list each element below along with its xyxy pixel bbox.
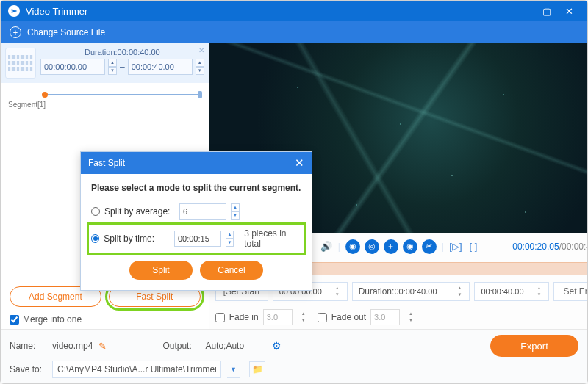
saveto-label: Save to: [10, 364, 46, 374]
split-time-pieces: 3 pieces in total [244, 228, 301, 249]
split-average-spinner[interactable]: ▲▼ [231, 203, 240, 220]
output-value: Auto;Auto [205, 341, 244, 351]
export-button[interactable]: Export [490, 335, 578, 357]
fast-split-dialog: Fast Split ✕ Please select a mode to spl… [80, 151, 312, 291]
end-time-box[interactable]: ▲▼ [474, 282, 549, 301]
segment-close-icon[interactable]: ✕ [198, 46, 204, 54]
segment-panel[interactable]: Duration:00:00:40.00 ▲▼ – ▲▼ ✕ [1, 43, 209, 83]
split-here-icon[interactable]: ✂ [422, 239, 437, 254]
fade-row: Fade in ▲▼ Fade out ▲▼ [209, 305, 588, 329]
dialog-message: Please select a mode to split the curren… [91, 183, 301, 193]
bracket-start-icon[interactable]: [▷] [448, 239, 464, 255]
app-title: Video Trimmer [26, 6, 514, 17]
snapshot-icon[interactable]: ◎ [365, 239, 379, 254]
split-time-spinner[interactable]: ▲▼ [226, 231, 234, 247]
app-window: ✂ Video Trimmer ― ▢ ✕ + Change Source Fi… [0, 0, 588, 384]
change-source-label: Change Source File [27, 27, 105, 37]
volume-icon[interactable]: 🔊 [318, 239, 334, 255]
split-average-option[interactable]: Split by average: ▲▼ [91, 200, 301, 222]
plus-icon: + [10, 26, 21, 38]
fade-out-value[interactable] [370, 309, 400, 325]
dialog-header[interactable]: Fast Split ✕ [81, 152, 312, 174]
fade-out-checkbox[interactable] [318, 313, 327, 322]
saveto-dropdown-icon[interactable]: ▼ [227, 361, 240, 378]
mark-start-icon[interactable]: ◉ [345, 239, 360, 254]
dialog-title: Fast Split [88, 158, 295, 168]
output-settings-icon[interactable]: ⚙ [272, 340, 282, 352]
change-source-bar[interactable]: + Change Source File [1, 21, 587, 43]
fade-in-control[interactable]: Fade in ▲▼ [215, 309, 307, 325]
segment-thumbnail [5, 48, 36, 79]
split-time-value[interactable] [174, 231, 221, 247]
fade-in-value[interactable] [263, 309, 293, 325]
segment-index-label: Segment[1] [1, 99, 209, 110]
bracket-end-icon[interactable]: [ ] [465, 239, 481, 255]
fade-out-label: Fade out [331, 312, 366, 322]
merge-checkbox[interactable]: Merge into one [10, 314, 201, 325]
main-area: Duration:00:00:40.00 ▲▼ – ▲▼ ✕ Segment[1… [1, 43, 587, 329]
dialog-cancel-button[interactable]: Cancel [200, 261, 263, 280]
saveto-input[interactable] [52, 361, 221, 378]
segment-end-spinner[interactable]: ▲▼ [196, 59, 204, 75]
minimize-button[interactable]: ― [514, 4, 536, 18]
fade-in-label: Fade in [229, 312, 259, 322]
player-time: 00:00:20.05/00:00:40.00 [512, 242, 588, 252]
time-current: 00:00:20.05 [512, 242, 559, 252]
set-end-button[interactable]: Set End ] [553, 282, 588, 301]
close-button[interactable]: ✕ [558, 4, 580, 18]
name-value: video.mp4 [52, 341, 93, 351]
edit-name-icon[interactable]: ✎ [98, 341, 107, 352]
titlebar: ✂ Video Trimmer ― ▢ ✕ [1, 1, 587, 21]
segment-duration-label: Duration:00:00:40.00 [40, 48, 204, 57]
radio-time[interactable] [91, 234, 99, 243]
bottom-bar: Name: video.mp4 ✎ Output: Auto;Auto ⚙ Ex… [1, 329, 587, 383]
merge-label: Merge into one [23, 314, 82, 325]
app-logo-icon: ✂ [8, 5, 20, 17]
segment-end-input[interactable] [128, 59, 193, 75]
time-total: /00:00:40.00 [559, 242, 588, 252]
segment-start-input[interactable] [40, 59, 105, 75]
merge-checkbox-input[interactable] [10, 315, 19, 325]
split-average-label: Split by average: [104, 206, 175, 217]
dialog-split-button[interactable]: Split [129, 261, 193, 280]
mark-end-icon[interactable]: ◉ [403, 239, 417, 254]
radio-average[interactable] [91, 207, 100, 216]
split-time-label: Split by time: [104, 233, 170, 244]
name-label: Name: [10, 341, 46, 351]
dialog-close-icon[interactable]: ✕ [295, 156, 304, 170]
segment-start-spinner[interactable]: ▲▼ [108, 59, 117, 75]
split-time-option[interactable]: Split by time: ▲▼ 3 pieces in total [88, 224, 304, 253]
maximize-button[interactable]: ▢ [536, 4, 558, 18]
split-average-value[interactable] [179, 203, 226, 220]
segment-track[interactable] [42, 90, 202, 99]
add-icon[interactable]: ＋ [384, 239, 398, 254]
fade-out-control[interactable]: Fade out ▲▼ [318, 309, 415, 325]
fade-in-checkbox[interactable] [215, 313, 225, 322]
output-label: Output: [162, 341, 199, 351]
open-folder-icon[interactable]: 📁 [249, 361, 265, 377]
duration-box[interactable]: Duration:▲▼ [352, 282, 470, 301]
